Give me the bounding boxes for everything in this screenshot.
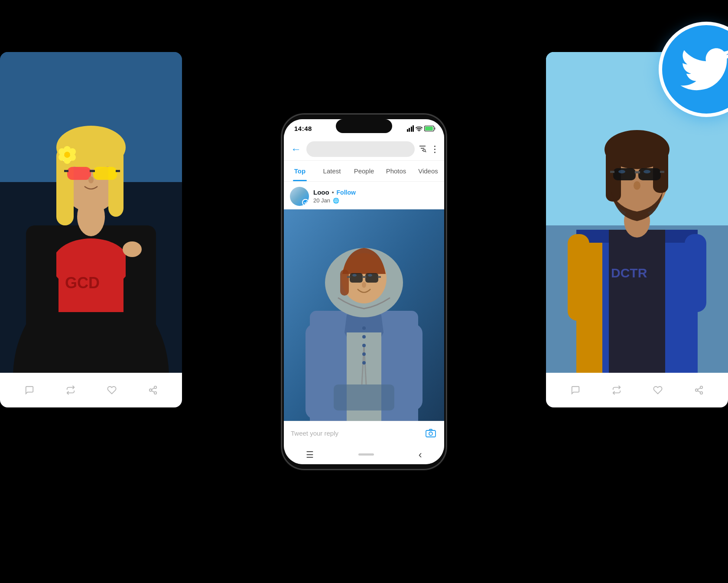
svg-point-84: [362, 344, 366, 347]
svg-point-59: [695, 389, 698, 391]
left-card-actions: [0, 373, 182, 407]
svg-rect-98: [306, 324, 329, 419]
svg-rect-48: [613, 168, 636, 180]
svg-rect-13: [67, 167, 91, 180]
svg-point-102: [429, 432, 432, 436]
svg-point-70: [423, 150, 426, 152]
svg-rect-89: [340, 270, 349, 296]
phone-screen: 14:48: [284, 119, 444, 464]
tweet-date: 20 Jan: [313, 197, 330, 204]
heart-icon[interactable]: [106, 384, 118, 396]
wifi-icon: [416, 126, 422, 132]
svg-line-71: [425, 151, 426, 152]
svg-point-96: [368, 274, 372, 277]
svg-rect-16: [64, 170, 68, 172]
svg-rect-93: [347, 276, 350, 278]
tweet-date-row: 20 Jan 🌐: [313, 197, 356, 204]
svg-point-83: [362, 335, 366, 339]
svg-rect-14: [93, 167, 117, 180]
svg-rect-65: [425, 127, 433, 130]
tweet-globe-icon: 🌐: [333, 198, 339, 204]
share-icon[interactable]: [147, 384, 159, 396]
svg-rect-15: [90, 170, 95, 172]
tweet-area: Looo • Follow 20 Jan 🌐: [284, 182, 444, 421]
svg-point-54: [644, 170, 650, 173]
svg-point-25: [64, 152, 70, 158]
left-photo-background: GCD: [0, 52, 182, 373]
svg-rect-92: [362, 276, 366, 278]
phone-frame: 14:48: [282, 114, 446, 469]
svg-rect-27: [32, 230, 56, 308]
svg-point-60: [700, 392, 702, 394]
nav-hamburger[interactable]: ☰: [306, 449, 314, 460]
follow-button[interactable]: Follow: [337, 189, 356, 196]
svg-point-26: [88, 176, 94, 183]
tweet-username: Looo: [313, 189, 329, 196]
more-button[interactable]: ⋮: [430, 144, 439, 154]
svg-text:GCD: GCD: [65, 274, 100, 292]
right-comment-icon[interactable]: [569, 384, 582, 396]
svg-rect-56: [568, 234, 589, 321]
right-heart-icon[interactable]: [652, 384, 664, 396]
svg-line-34: [151, 388, 154, 390]
left-person-illustration: GCD: [0, 52, 182, 373]
tab-people[interactable]: People: [348, 161, 380, 181]
svg-point-31: [149, 389, 152, 391]
left-card-photo: GCD: [0, 52, 182, 373]
right-share-icon[interactable]: [693, 384, 705, 396]
svg-point-97: [362, 282, 366, 288]
reply-placeholder[interactable]: Tweet your reply: [291, 430, 420, 437]
svg-line-61: [697, 391, 700, 392]
svg-rect-12: [108, 147, 124, 217]
status-icons: [407, 125, 436, 132]
filter-button[interactable]: [418, 144, 427, 154]
svg-point-32: [154, 392, 156, 394]
svg-rect-51: [610, 171, 614, 173]
retweet-icon[interactable]: [65, 384, 77, 396]
svg-rect-99: [399, 324, 422, 410]
svg-rect-100: [334, 384, 394, 410]
phone-notch: [336, 119, 392, 133]
svg-point-85: [362, 352, 366, 356]
right-retweet-icon[interactable]: [611, 384, 623, 396]
svg-rect-28: [126, 230, 150, 299]
tweet-separator: •: [332, 189, 334, 196]
tab-photos[interactable]: Photos: [380, 161, 412, 181]
status-time: 14:48: [294, 125, 312, 132]
tweet-avatar[interactable]: [290, 187, 309, 206]
svg-rect-41: [609, 230, 665, 373]
tweet-image: [284, 209, 444, 421]
svg-rect-50: [635, 171, 640, 173]
phone-bottom-nav: ☰ ‹: [284, 445, 444, 464]
left-card: GCD: [0, 52, 182, 407]
svg-rect-17: [116, 170, 120, 172]
camera-button[interactable]: [424, 427, 437, 440]
svg-rect-66: [434, 127, 436, 130]
svg-rect-94: [378, 276, 381, 278]
svg-point-55: [634, 181, 640, 190]
svg-point-30: [154, 386, 156, 389]
signal-bars-icon: [407, 125, 414, 132]
reply-area: Tweet your reply: [284, 421, 444, 445]
back-button[interactable]: ←: [289, 141, 303, 157]
tab-bar: Top Latest People Photos Videos: [284, 161, 444, 182]
svg-rect-49: [638, 168, 661, 180]
svg-rect-57: [685, 234, 706, 312]
search-bar-row: ← ⋮: [284, 138, 444, 161]
tab-latest[interactable]: Latest: [316, 161, 348, 181]
svg-point-95: [352, 274, 357, 277]
nav-home-indicator: [358, 453, 374, 456]
tab-videos[interactable]: Videos: [412, 161, 444, 181]
tweet-header: Looo • Follow 20 Jan 🌐: [284, 182, 444, 209]
svg-point-63: [419, 130, 419, 131]
nav-back[interactable]: ‹: [419, 449, 422, 461]
svg-text:DCTR: DCTR: [611, 266, 647, 280]
tweet-name-row: Looo • Follow: [313, 189, 356, 196]
svg-rect-101: [426, 430, 436, 437]
battery-icon: [424, 126, 436, 131]
tweet-meta: Looo • Follow 20 Jan 🌐: [313, 189, 356, 204]
tab-top[interactable]: Top: [284, 161, 316, 181]
svg-rect-52: [660, 171, 664, 173]
comment-icon[interactable]: [23, 384, 36, 396]
search-pill[interactable]: [306, 141, 415, 157]
